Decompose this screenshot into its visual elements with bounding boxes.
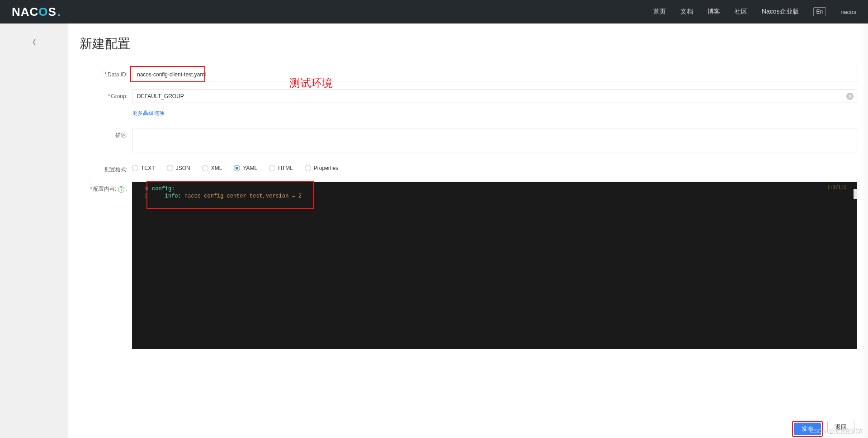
annotation-env-label: 测试环境: [289, 76, 333, 90]
row-data-id: *Data ID:: [80, 68, 857, 81]
panel-scroll-shadow: [862, 24, 868, 438]
format-radio-xml[interactable]: XML: [202, 165, 222, 171]
code-line: info: nacos config center-test,version =…: [152, 193, 854, 200]
nav-blog[interactable]: 博客: [708, 8, 720, 16]
logo: NACOS.: [12, 5, 61, 19]
label-content: *配置内容:? :: [80, 182, 132, 193]
nav-home[interactable]: 首页: [653, 8, 666, 16]
label-data-id: *Data ID:: [80, 68, 132, 78]
radio-label: JSON: [176, 165, 190, 171]
desc-textarea[interactable]: [132, 128, 857, 152]
radio-label: YAML: [243, 165, 257, 171]
label-content-text: 配置内容:: [93, 186, 116, 192]
top-nav: 首页 文档 博客 社区 Nacos企业版 En nacos: [653, 7, 856, 16]
format-radio-properties[interactable]: Properties: [305, 165, 339, 171]
code-line: ⊟config:: [152, 185, 854, 193]
radio-label: Properties: [314, 165, 339, 171]
radio-dot-icon: [234, 165, 240, 171]
nav-docs[interactable]: 文档: [680, 8, 693, 16]
fold-icon[interactable]: ⊟: [146, 185, 148, 193]
radio-dot-icon: [202, 165, 208, 171]
logo-text: NACOS.: [12, 5, 61, 19]
lang-switch[interactable]: En: [813, 7, 826, 16]
watermark: CSDN @无奈的码农: [810, 427, 863, 435]
editor-gutter: 12: [132, 182, 150, 349]
advanced-options-link[interactable]: 更多高级选项: [132, 109, 165, 117]
format-radio-json[interactable]: JSON: [167, 165, 190, 171]
nav-enterprise[interactable]: Nacos企业版: [762, 8, 799, 16]
row-desc: 描述:: [80, 128, 857, 154]
back-icon[interactable]: ‹: [33, 33, 36, 49]
format-radio-text[interactable]: TEXT: [132, 165, 155, 171]
radio-dot-icon: [305, 165, 311, 171]
format-radio-yaml[interactable]: YAML: [234, 165, 257, 171]
nav-community[interactable]: 社区: [735, 8, 747, 16]
row-content: *配置内容:? : 12 1:1/1:1 ⊟config: info: naco…: [80, 182, 857, 349]
page-body: ‹ 新建配置 *Data ID: 测试环境 *Group: ✕: [0, 24, 868, 438]
format-radio-html[interactable]: HTML: [269, 165, 293, 171]
config-form: *Data ID: 测试环境 *Group: ✕: [80, 68, 857, 349]
clear-group-icon[interactable]: ✕: [846, 93, 854, 100]
radio-label: TEXT: [141, 165, 155, 171]
top-header: NACOS. 首页 文档 博客 社区 Nacos企业版 En nacos: [0, 0, 868, 24]
help-icon[interactable]: ?: [118, 186, 124, 193]
label-data-id-text: Data ID:: [108, 71, 127, 78]
label-format: 配置格式:: [80, 162, 132, 174]
code-editor[interactable]: 12 1:1/1:1 ⊟config: info: nacos config c…: [132, 182, 857, 349]
radio-dot-icon: [132, 165, 138, 171]
page-title: 新建配置: [80, 35, 857, 52]
left-gutter: ‹: [0, 24, 68, 438]
row-format: 配置格式: TEXTJSONXMLYAMLHTMLProperties: [80, 162, 857, 174]
label-desc: 描述:: [80, 128, 132, 139]
label-group-text: Group:: [111, 93, 127, 99]
config-form-panel: 新建配置 *Data ID: 测试环境 *Group: ✕: [68, 24, 868, 438]
group-input[interactable]: [132, 89, 857, 103]
radio-label: XML: [211, 165, 222, 171]
editor-scrollbar[interactable]: [854, 189, 857, 199]
row-advanced: 更多高级选项: [80, 108, 857, 117]
user-name[interactable]: nacos: [840, 9, 856, 15]
editor-code[interactable]: 1:1/1:1 ⊟config: info: nacos config cent…: [150, 182, 857, 349]
label-group: *Group:: [80, 89, 132, 99]
format-radio-group: TEXTJSONXMLYAMLHTMLProperties: [132, 162, 857, 171]
radio-label: HTML: [278, 165, 293, 171]
data-id-input[interactable]: [132, 68, 857, 81]
row-group: *Group: ✕: [80, 89, 857, 103]
radio-dot-icon: [167, 165, 173, 171]
radio-dot-icon: [269, 165, 275, 171]
